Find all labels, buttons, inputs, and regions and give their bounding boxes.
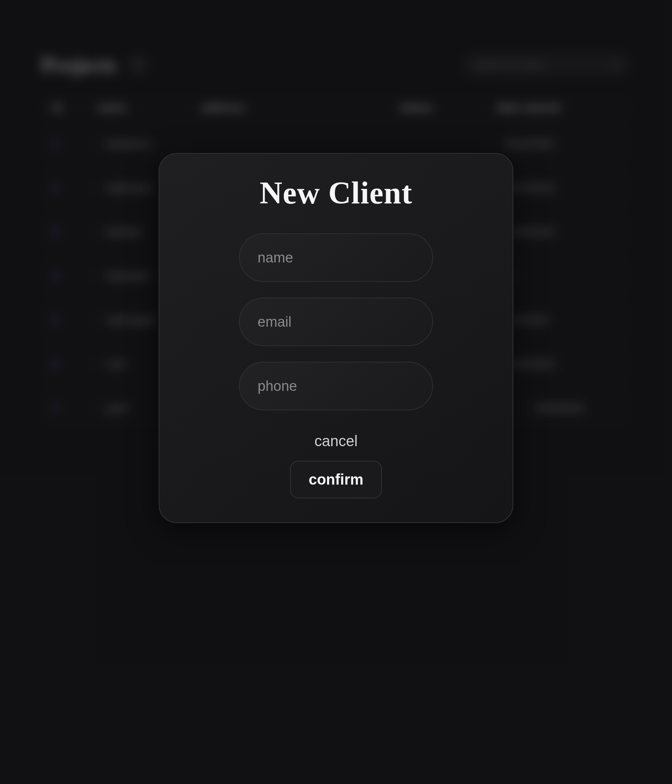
confirm-button[interactable]: confirm: [290, 461, 382, 498]
modal-overlay[interactable]: New Client cancel confirm: [0, 0, 672, 784]
modal-title: New Client: [260, 175, 412, 211]
new-client-modal: New Client cancel confirm: [159, 153, 513, 523]
phone-input[interactable]: [239, 362, 433, 410]
cancel-button[interactable]: cancel: [314, 433, 358, 450]
name-input[interactable]: [239, 233, 433, 282]
email-input[interactable]: [239, 297, 433, 346]
